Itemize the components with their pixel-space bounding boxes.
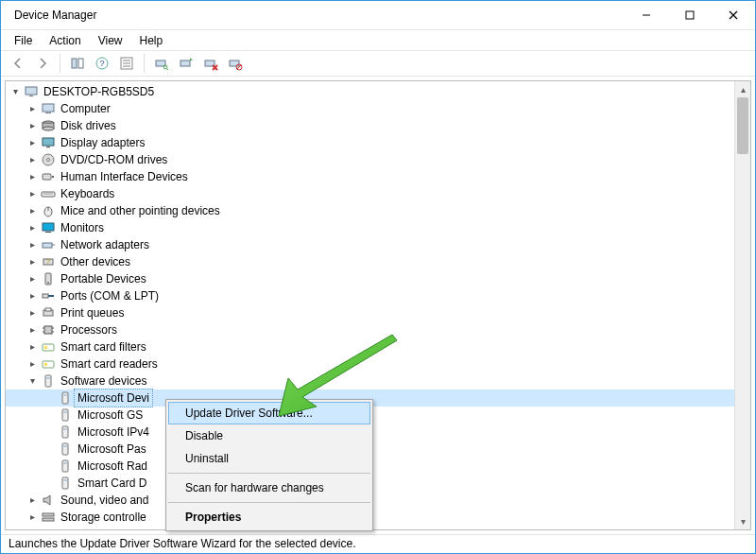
titlebar: Device Manager bbox=[1, 1, 755, 29]
chevron-right-icon[interactable]: ▸ bbox=[25, 253, 40, 270]
tree-node-label: Mice and other pointing devices bbox=[57, 202, 224, 219]
svg-rect-54 bbox=[44, 326, 52, 334]
scroll-down-icon[interactable]: ▾ bbox=[735, 513, 750, 529]
maximize-button[interactable] bbox=[668, 1, 712, 29]
tree-node[interactable]: ▸Human Interface Devices bbox=[6, 168, 734, 185]
scroll-track[interactable] bbox=[735, 97, 750, 513]
context-menu-item[interactable]: Update Driver Software... bbox=[168, 402, 370, 424]
svg-rect-73 bbox=[62, 460, 68, 472]
tree-node-label: DESKTOP-RGB5SD5 bbox=[40, 83, 158, 100]
svg-rect-65 bbox=[62, 392, 68, 404]
svg-rect-53 bbox=[45, 308, 51, 311]
svg-rect-64 bbox=[46, 377, 50, 379]
back-button[interactable] bbox=[7, 53, 29, 74]
chevron-right-icon[interactable]: ▸ bbox=[25, 202, 40, 219]
tree-node-label: Human Interface Devices bbox=[57, 168, 192, 185]
context-menu-item[interactable]: Disable bbox=[168, 424, 370, 447]
context-menu-item[interactable]: Scan for hardware changes bbox=[168, 476, 370, 499]
chevron-right-icon[interactable]: ▸ bbox=[25, 338, 40, 355]
tree-node[interactable]: ▸Keyboards bbox=[6, 185, 734, 202]
disk-icon bbox=[40, 118, 57, 133]
chevron-right-icon[interactable]: ▸ bbox=[25, 134, 40, 151]
tree-node[interactable]: ▸Computer bbox=[6, 100, 734, 117]
tree-node[interactable]: ▸Display adapters bbox=[6, 134, 734, 151]
scan-hardware-button[interactable] bbox=[150, 53, 173, 74]
chevron-right-icon[interactable]: ▸ bbox=[25, 168, 40, 185]
show-hide-console-button[interactable] bbox=[66, 53, 89, 74]
svg-line-17 bbox=[167, 69, 169, 71]
statusbar-text: Launches the Update Driver Software Wiza… bbox=[9, 537, 356, 550]
chevron-right-icon[interactable]: ▸ bbox=[25, 100, 40, 117]
chevron-right-icon[interactable]: ▸ bbox=[25, 236, 40, 253]
display-icon bbox=[40, 135, 57, 150]
tree-node-label: Microsoft Rad bbox=[74, 458, 151, 475]
context-menu[interactable]: Update Driver Software...DisableUninstal… bbox=[165, 399, 373, 531]
minimize-button[interactable] bbox=[625, 1, 668, 29]
disable-button[interactable] bbox=[224, 53, 247, 74]
tree-node[interactable]: ▾DESKTOP-RGB5SD5 bbox=[6, 83, 734, 100]
uninstall-button[interactable] bbox=[199, 53, 222, 74]
context-menu-separator bbox=[168, 473, 370, 474]
chevron-right-icon[interactable]: ▸ bbox=[25, 492, 40, 509]
chevron-right-icon[interactable]: ▸ bbox=[25, 117, 40, 134]
tree-node-label: Smart card readers bbox=[57, 355, 162, 372]
svg-rect-71 bbox=[62, 443, 68, 455]
menu-file[interactable]: File bbox=[7, 32, 40, 49]
properties-button[interactable] bbox=[115, 53, 138, 74]
menu-view[interactable]: View bbox=[91, 32, 130, 49]
tree-node-label: Microsoft Pas bbox=[74, 441, 150, 458]
tree-node[interactable]: ▾Software devices bbox=[6, 372, 734, 390]
chevron-right-icon[interactable]: ▸ bbox=[25, 355, 40, 372]
tree-node[interactable]: ▸Mice and other pointing devices bbox=[6, 202, 734, 219]
chevron-right-icon[interactable]: ▸ bbox=[25, 321, 40, 338]
chevron-down-icon[interactable]: ▾ bbox=[25, 372, 40, 390]
device-manager-window: Device Manager File Action View Help ? bbox=[0, 0, 756, 554]
other-icon: ? bbox=[40, 254, 57, 269]
tree-node-label: Other devices bbox=[57, 253, 134, 270]
chevron-right-icon[interactable]: ▸ bbox=[25, 304, 40, 321]
chevron-right-icon[interactable]: ▸ bbox=[25, 287, 40, 304]
tree-node[interactable]: ▸Network adapters bbox=[6, 236, 734, 253]
menu-help[interactable]: Help bbox=[132, 32, 171, 49]
tree-node[interactable]: ▸Disk drives bbox=[6, 117, 734, 134]
svg-rect-18 bbox=[180, 61, 190, 66]
svg-rect-22 bbox=[230, 61, 239, 66]
scroll-up-icon[interactable]: ▴ bbox=[735, 81, 750, 97]
forward-button[interactable] bbox=[31, 53, 54, 74]
tree-node[interactable]: ▸Smart card readers bbox=[6, 355, 734, 372]
svg-rect-33 bbox=[46, 147, 50, 147]
tree-node[interactable]: ▸Processors bbox=[6, 321, 734, 338]
context-menu-item[interactable]: Uninstall bbox=[168, 447, 370, 470]
tree-node[interactable]: ▸Monitors bbox=[6, 219, 734, 236]
tree-node-label: Ports (COM & LPT) bbox=[57, 287, 163, 304]
svg-rect-63 bbox=[45, 375, 51, 387]
chevron-right-icon[interactable]: ▸ bbox=[25, 151, 40, 168]
svg-rect-59 bbox=[43, 344, 54, 351]
svg-rect-4 bbox=[686, 11, 694, 19]
chevron-right-icon[interactable]: ▸ bbox=[25, 219, 40, 236]
menu-action[interactable]: Action bbox=[42, 32, 88, 49]
tree-node-label: Sound, video and bbox=[57, 492, 152, 509]
tree-node[interactable]: ▸Ports (COM & LPT) bbox=[6, 287, 734, 304]
chevron-down-icon[interactable]: ▾ bbox=[8, 83, 23, 100]
context-menu-item[interactable]: Properties bbox=[168, 506, 370, 528]
toolbar-separator bbox=[144, 54, 145, 73]
tree-node[interactable]: ▸Portable Devices bbox=[6, 270, 734, 287]
scroll-thumb[interactable] bbox=[737, 97, 748, 154]
svg-rect-70 bbox=[63, 428, 67, 430]
tree-node-label: Smart card filters bbox=[57, 338, 150, 355]
chevron-right-icon[interactable]: ▸ bbox=[25, 185, 40, 202]
tree-node[interactable]: ▸Smart card filters bbox=[6, 338, 734, 355]
svg-point-35 bbox=[47, 159, 50, 162]
chevron-right-icon[interactable]: ▸ bbox=[25, 270, 40, 287]
update-driver-button[interactable] bbox=[175, 53, 198, 74]
svg-rect-50 bbox=[43, 294, 48, 298]
close-button[interactable] bbox=[712, 1, 755, 29]
help-button[interactable]: ? bbox=[91, 53, 113, 74]
tree-node[interactable]: ▸Print queues bbox=[6, 304, 734, 321]
vertical-scrollbar[interactable]: ▴ ▾ bbox=[734, 81, 750, 529]
tree-node[interactable]: ▸DVD/CD-ROM drives bbox=[6, 151, 734, 168]
window-title: Device Manager bbox=[14, 9, 96, 22]
tree-node[interactable]: ▸?Other devices bbox=[6, 253, 734, 270]
chevron-right-icon[interactable]: ▸ bbox=[25, 509, 40, 526]
